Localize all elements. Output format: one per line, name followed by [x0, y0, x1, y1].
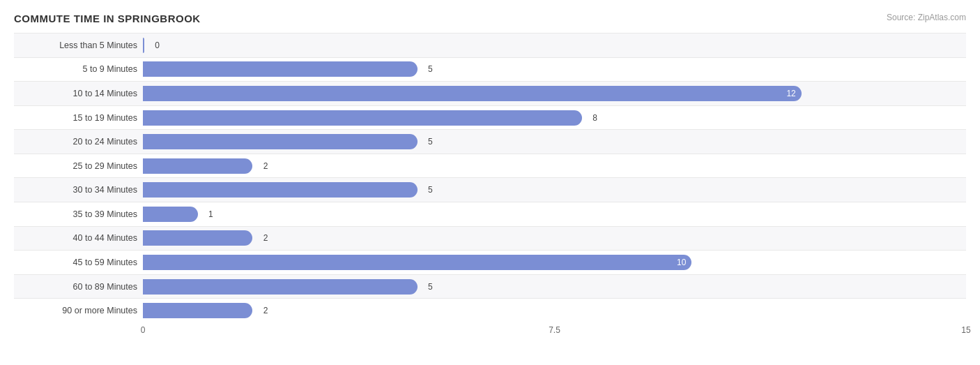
bar-value: 5: [428, 282, 433, 292]
bar: 8: [143, 110, 582, 126]
bar-row: 35 to 39 Minutes1: [14, 202, 966, 226]
bar-label: 15 to 19 Minutes: [14, 113, 143, 123]
bar-label: 60 to 89 Minutes: [14, 282, 143, 292]
bar-value: 0: [155, 40, 160, 50]
bar-track: 2: [143, 299, 966, 322]
bar-label: 20 to 24 Minutes: [14, 137, 143, 147]
bar: 1: [143, 207, 198, 222]
bar-row: 25 to 29 Minutes2: [14, 154, 966, 178]
source-label: Source: ZipAtlas.com: [887, 13, 966, 22]
bar-value: 5: [428, 64, 433, 74]
bar-row: 60 to 89 Minutes5: [14, 274, 966, 299]
bar-row: 90 or more Minutes2: [14, 298, 966, 322]
bar-row: 20 to 24 Minutes5: [14, 129, 966, 154]
bar-track: 8: [143, 106, 966, 130]
bar-label: 40 to 44 Minutes: [14, 233, 143, 243]
bar-label: 10 to 14 Minutes: [14, 89, 143, 98]
bar-track: 2: [143, 227, 966, 251]
bar: 5: [143, 61, 418, 77]
bar-label: 5 to 9 Minutes: [14, 64, 143, 74]
bar-row: 40 to 44 Minutes2: [14, 226, 966, 251]
bar-value: 5: [428, 185, 433, 195]
bar-label: 25 to 29 Minutes: [14, 161, 143, 171]
x-axis-tick: 15: [961, 325, 970, 335]
bar-track: 1: [143, 202, 966, 226]
bar: 10: [143, 255, 691, 270]
bar-value: 8: [592, 113, 597, 123]
bar: 5: [143, 182, 418, 198]
bar-track: 10: [143, 251, 966, 274]
x-axis-tick: 0: [141, 325, 146, 335]
bar: 2: [143, 230, 252, 246]
bar-row: 30 to 34 Minutes5: [14, 177, 966, 202]
bar-value: 10: [677, 258, 686, 267]
bar-track: 5: [143, 130, 966, 154]
bar-track: 5: [143, 58, 966, 82]
bar: 2: [143, 303, 252, 318]
bar: 12: [143, 86, 802, 101]
x-axis-tick: 7.5: [549, 325, 560, 335]
bar-row: 5 to 9 Minutes5: [14, 57, 966, 82]
bar-track: 12: [143, 82, 966, 105]
bar-track: 5: [143, 178, 966, 202]
chart-title: COMMUTE TIME IN SPRINGBROOK: [14, 13, 966, 24]
bar-value: 12: [786, 89, 795, 98]
bar-value: 2: [263, 161, 268, 171]
bar: 0: [143, 38, 144, 53]
bar-row: 15 to 19 Minutes8: [14, 105, 966, 130]
bar-label: 35 to 39 Minutes: [14, 209, 143, 219]
chart-container: COMMUTE TIME IN SPRINGBROOK Source: ZipA…: [0, 0, 980, 365]
bar-label: 45 to 59 Minutes: [14, 258, 143, 267]
bar-value: 5: [428, 137, 433, 147]
bar-track: 2: [143, 154, 966, 178]
x-axis: 07.515: [143, 322, 966, 336]
bar-label: 30 to 34 Minutes: [14, 185, 143, 195]
bar-row: 45 to 59 Minutes10: [14, 250, 966, 274]
bar-value: 2: [263, 306, 268, 315]
bar-track: 0: [143, 33, 966, 57]
chart-area: Less than 5 Minutes05 to 9 Minutes510 to…: [14, 33, 966, 322]
bar: 5: [143, 134, 418, 149]
bar: 5: [143, 279, 418, 295]
bar-row: 10 to 14 Minutes12: [14, 81, 966, 105]
bar-track: 5: [143, 275, 966, 299]
bar-label: Less than 5 Minutes: [14, 40, 143, 50]
bar: 2: [143, 158, 252, 174]
bar-value: 2: [263, 233, 268, 243]
bar-row: Less than 5 Minutes0: [14, 33, 966, 57]
bar-value: 1: [208, 209, 213, 219]
bar-label: 90 or more Minutes: [14, 306, 143, 315]
